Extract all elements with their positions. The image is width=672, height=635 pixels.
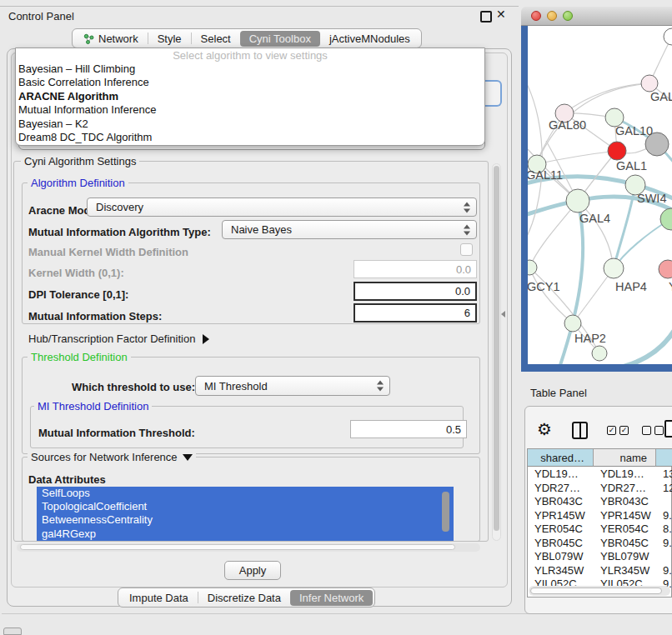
algorithm-option-dream8-dc-tdc-algorithm[interactable]: Dream8 DC_TDC Algorithm — [16, 131, 484, 144]
node-top-partial[interactable] — [664, 28, 672, 45]
tab-select[interactable]: Select — [192, 31, 240, 47]
which-threshold-label: Which threshold to use: — [72, 381, 195, 393]
settings-horizontal-scrollbar-thumb[interactable] — [20, 544, 455, 550]
tab-network[interactable]: Network — [74, 31, 148, 47]
table-cell: YDL19… — [594, 468, 656, 482]
node-salmon-node[interactable] — [659, 260, 672, 278]
algorithm-option-bayesian-hill-climbing[interactable]: Bayesian – Hill Climbing — [16, 62, 484, 76]
algorithm-option-basic-correlation-inference[interactable]: Basic Correlation Inference — [16, 76, 484, 89]
network-edge[interactable] — [614, 318, 672, 364]
node-label-y: Y — [669, 280, 672, 293]
tab-discretize-data[interactable]: Discretize Data — [198, 590, 290, 606]
column-header-shared[interactable]: shared… — [528, 449, 594, 467]
network-edge[interactable] — [529, 268, 573, 323]
float-window-button[interactable] — [480, 11, 492, 22]
tab-label: Style — [158, 32, 182, 45]
aracne-mode-combo[interactable]: Discovery — [87, 198, 477, 217]
control-panel-tabbar: NetworkStyleSelectCyni ToolboxjActiveMNo… — [72, 28, 422, 48]
splitter-collapse-icon[interactable] — [501, 311, 505, 318]
sources-group-title: Sources for Network Inference — [31, 451, 178, 463]
table-cell: YPR145W — [528, 509, 594, 523]
unchecked-box-icon[interactable] — [654, 426, 664, 435]
mi-threshold-field[interactable]: 0.5 — [350, 420, 467, 438]
tab-infer-network[interactable]: Infer Network — [290, 590, 373, 606]
node-bottom-partial[interactable] — [592, 346, 607, 361]
table-row[interactable]: YBR043CYBR043C — [528, 495, 672, 509]
which-threshold-combo[interactable]: MI Threshold — [195, 376, 390, 396]
close-button[interactable]: ✕ — [496, 8, 506, 21]
table-row[interactable]: YBR045CYBR045C9. — [528, 537, 672, 551]
network-edge[interactable] — [536, 151, 617, 164]
manual-kernel-checkbox[interactable] — [460, 243, 473, 256]
table-row[interactable]: YDL19…YDL19…13 — [528, 468, 672, 482]
minimized-panel-button[interactable] — [3, 628, 22, 635]
algorithm-dropdown-popup: Select algorithm to view settings Bayesi… — [15, 48, 485, 146]
node-gal-partial[interactable] — [641, 75, 658, 92]
minimize-traffic-light-icon[interactable] — [547, 11, 557, 21]
sources-group-header[interactable]: Sources for Network Inference — [28, 451, 196, 463]
node-right-green[interactable] — [660, 208, 672, 230]
node-label-swi4: SWI4 — [637, 192, 666, 205]
close-traffic-light-icon[interactable] — [531, 11, 541, 21]
node-hap4[interactable] — [604, 258, 624, 278]
table-row[interactable]: YER054CYER054C8. — [528, 522, 672, 537]
node-label-hap4: HAP4 — [615, 280, 647, 293]
column-header-extra[interactable] — [656, 449, 672, 467]
attributes-scrollbar-thumb[interactable] — [442, 492, 449, 532]
attribute-betweennesscentrality[interactable]: BetweennessCentrality — [37, 513, 454, 527]
table-row[interactable]: YBL079WYBL079W — [528, 550, 672, 564]
hub-definition-toggle[interactable]: Hub/Transcription Factor Definition — [28, 332, 209, 345]
mi-type-combo[interactable]: Naive Bayes — [222, 220, 477, 239]
network-edge[interactable] — [614, 219, 670, 268]
column-header-name[interactable]: name — [594, 449, 656, 467]
algorithm-option-bayesian-k2[interactable]: Bayesian – K2 — [16, 118, 484, 131]
mi-steps-field[interactable]: 6 — [354, 303, 477, 322]
table-horizontal-scrollbar-thumb[interactable] — [530, 588, 662, 594]
attribute-selfloops[interactable]: SelfLoops — [37, 487, 454, 500]
data-attributes-label: Data Attributes — [28, 473, 106, 486]
table-cell: 9. — [656, 537, 672, 551]
mi-type-value: Naive Bayes — [231, 223, 292, 236]
dpi-tolerance-field[interactable]: 0.0 — [354, 282, 477, 301]
settings-vertical-scrollbar-thumb[interactable] — [494, 166, 499, 531]
focused-combo-fragment[interactable] — [484, 80, 502, 107]
tab-label: jActiveMNodules — [329, 32, 410, 45]
checked-box-icon[interactable]: ✓ — [607, 426, 616, 435]
data-attributes-list[interactable]: SelfLoopsTopologicalCoefficientBetweenne… — [37, 487, 454, 541]
table-cell: 9. — [656, 564, 672, 578]
network-canvas[interactable]: GALGAL80GAL10GAL1GAL11SWI4GAL4GCY1HAP4YH… — [528, 26, 672, 364]
table-cell: YBR045C — [528, 537, 594, 551]
attribute-gal4rgexp[interactable]: gal4RGexp — [37, 528, 454, 541]
table-cell: YDL19… — [528, 468, 594, 482]
tab-impute-data[interactable]: Impute Data — [120, 590, 198, 606]
network-window-titlebar[interactable] — [521, 7, 672, 26]
checked-box-icon[interactable]: ✓ — [619, 426, 629, 435]
gear-icon[interactable]: ⚙ — [537, 419, 552, 439]
collapse-down-icon — [183, 454, 193, 461]
algorithm-option-mutual-information-inference[interactable]: Mutual Information Inference — [16, 103, 484, 117]
kernel-width-field[interactable]: 0.0 — [354, 260, 477, 278]
node-gal4[interactable] — [566, 189, 589, 212]
network-icon — [83, 33, 94, 44]
split-columns-icon[interactable] — [572, 422, 588, 439]
apply-button[interactable]: Apply — [224, 561, 281, 580]
table-row[interactable]: YLR345WYLR345W9. — [528, 564, 672, 578]
tab-label: Discretize Data — [208, 592, 281, 604]
node-hap2[interactable] — [564, 315, 581, 332]
table-row[interactable]: YDR27…YDR27…12 — [528, 482, 672, 496]
algorithm-dropdown-list: Bayesian – Hill ClimbingBasic Correlatio… — [16, 62, 484, 144]
tab-jactivemnodules[interactable]: jActiveMNodules — [320, 31, 419, 47]
unchecked-box-icon[interactable] — [642, 426, 651, 435]
control-panel-title: Control Panel — [8, 10, 74, 22]
tab-cyni-toolbox[interactable]: Cyni Toolbox — [240, 31, 320, 47]
node-gal1[interactable] — [608, 142, 626, 160]
tab-style[interactable]: Style — [148, 31, 191, 47]
network-selected-frame — [521, 26, 528, 364]
page-icon[interactable] — [664, 420, 672, 438]
window-top-border — [0, 6, 519, 7]
table-row[interactable]: YPR145WYPR145W9. — [528, 509, 672, 523]
algorithm-option-aracne-algorithm[interactable]: ARACNE Algorithm — [16, 90, 484, 103]
table-cell: YDR27… — [594, 482, 656, 496]
zoom-traffic-light-icon[interactable] — [563, 11, 573, 21]
attribute-topologicalcoefficient[interactable]: TopologicalCoefficient — [37, 500, 454, 513]
